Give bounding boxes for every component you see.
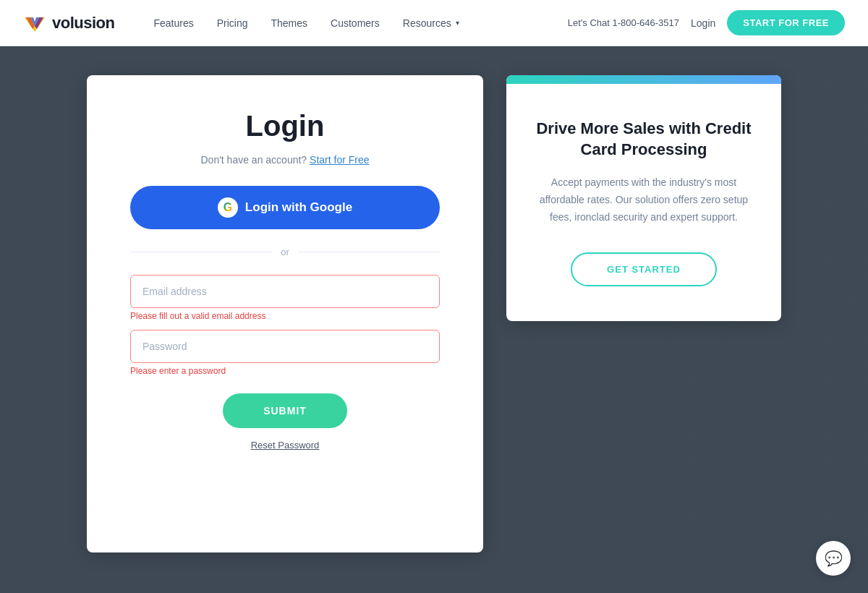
email-input[interactable]: [130, 275, 440, 308]
logo[interactable]: volusion: [23, 12, 114, 35]
navbar: volusion Features Pricing Themes Custome…: [0, 0, 868, 46]
nav-login-link[interactable]: Login: [691, 17, 715, 29]
promo-card-accent: [506, 75, 781, 84]
nav-item-themes[interactable]: Themes: [261, 12, 318, 35]
reset-password-link[interactable]: Reset Password: [130, 440, 440, 451]
nav-right: Let's Chat 1-800-646-3517 Login START FO…: [568, 10, 845, 35]
login-card: Login Don't have an account? Start for F…: [87, 75, 483, 553]
submit-button[interactable]: SUBMIT: [223, 393, 347, 428]
promo-title: Drive More Sales with Credit Card Proces…: [535, 119, 752, 160]
start-free-link[interactable]: Start for Free: [310, 154, 369, 166]
google-login-button[interactable]: G Login with Google: [130, 186, 440, 229]
email-error-message: Please fill out a valid email address: [130, 311, 440, 321]
google-icon: G: [218, 197, 238, 218]
promo-get-started-button[interactable]: GET STARTED: [571, 252, 717, 286]
nav-links: Features Pricing Themes Customers Resour…: [143, 12, 567, 35]
divider-line-right: [298, 252, 440, 252]
email-form-group: Please fill out a valid email address: [130, 275, 440, 321]
chat-bubble-button[interactable]: 💬: [816, 541, 851, 576]
promo-card-body: Drive More Sales with Credit Card Proces…: [506, 84, 781, 321]
password-error-message: Please enter a password: [130, 366, 440, 376]
nav-chat-text: Let's Chat 1-800-646-3517: [568, 17, 679, 28]
or-divider: or: [130, 247, 440, 257]
chat-icon: 💬: [825, 550, 843, 567]
promo-description: Accept payments with the industry's most…: [535, 174, 752, 226]
logo-text: volusion: [52, 14, 114, 33]
nav-item-resources[interactable]: Resources ▾: [393, 12, 469, 35]
nav-item-features[interactable]: Features: [143, 12, 203, 35]
nav-item-customers[interactable]: Customers: [320, 12, 390, 35]
chevron-down-icon: ▾: [456, 19, 459, 27]
login-title: Login: [130, 110, 440, 142]
nav-start-free-button[interactable]: START FOR FREE: [727, 10, 845, 35]
volusion-logo-icon: [23, 12, 46, 35]
divider-line-left: [130, 252, 272, 252]
password-input[interactable]: [130, 330, 440, 363]
login-subtitle: Don't have an account? Start for Free: [130, 154, 440, 166]
nav-item-pricing[interactable]: Pricing: [207, 12, 258, 35]
password-form-group: Please enter a password: [130, 330, 440, 376]
promo-card: Drive More Sales with Credit Card Proces…: [506, 75, 781, 321]
main-content: Login Don't have an account? Start for F…: [0, 46, 868, 581]
